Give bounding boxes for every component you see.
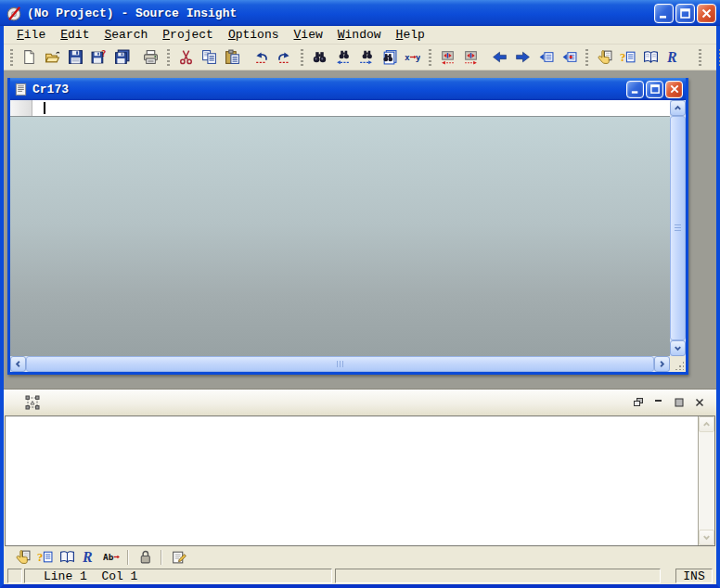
document-maximize-button[interactable]: [646, 81, 663, 98]
close-button[interactable]: [697, 4, 716, 23]
scroll-up-button[interactable]: [670, 100, 686, 116]
find-button[interactable]: [308, 46, 331, 69]
toolbar-grip[interactable]: [699, 49, 701, 66]
find-next-button[interactable]: [354, 46, 378, 69]
main-window: (No Project) - Source Insight File Edit …: [0, 0, 720, 588]
panel-maximize-button[interactable]: [671, 395, 687, 410]
save-as-button[interactable]: ?: [87, 46, 110, 69]
panel-properties-button[interactable]: [167, 547, 189, 567]
editor-line-1[interactable]: [10, 100, 670, 116]
svg-text:?: ?: [620, 51, 625, 64]
panel-lock-button[interactable]: [134, 547, 156, 567]
relation-window-icon: R: [666, 49, 682, 65]
paste-button[interactable]: [221, 46, 244, 69]
document-titlebar[interactable]: Cr173: [10, 78, 686, 100]
replace-button[interactable]: xy: [401, 46, 424, 69]
save-as-icon: ?: [91, 49, 107, 65]
go-forward-icon: [515, 49, 531, 65]
panel-scroll-down-button[interactable]: [699, 530, 714, 545]
editor-background[interactable]: [10, 117, 670, 356]
chevron-left-icon: [13, 359, 23, 369]
menu-help[interactable]: Help: [389, 27, 432, 43]
panel-relation-window-button[interactable]: R: [78, 547, 100, 567]
relation-panel-header[interactable]: [4, 390, 716, 415]
relation-panel-content[interactable]: [5, 415, 715, 546]
toolbar-grip[interactable]: [10, 49, 13, 66]
cut-button[interactable]: [174, 46, 198, 69]
svg-text:?: ?: [37, 551, 43, 564]
maximize-icon: [673, 396, 686, 409]
menu-search[interactable]: Search: [96, 27, 155, 43]
open-file-button[interactable]: [41, 46, 64, 69]
context-window-button[interactable]: ?: [616, 46, 639, 69]
main-toolbar: ?: [4, 45, 716, 70]
titlebar[interactable]: (No Project) - Source Insight: [0, 0, 720, 26]
help-book-icon: [59, 549, 75, 565]
horizontal-scroll-thumb[interactable]: [26, 356, 654, 372]
panel-context-window-button[interactable]: ?: [33, 547, 56, 567]
save-button[interactable]: [64, 46, 87, 69]
menu-options[interactable]: Options: [221, 27, 287, 43]
redo-button[interactable]: [273, 46, 296, 69]
copy-button[interactable]: [198, 46, 221, 69]
scroll-down-button[interactable]: [670, 340, 686, 356]
toolbar-grip[interactable]: [167, 49, 170, 66]
scroll-left-button[interactable]: [10, 356, 26, 372]
menu-file[interactable]: File: [9, 27, 53, 43]
browse-symbols-button[interactable]: [593, 46, 616, 69]
panel-help-book-button[interactable]: [56, 547, 78, 567]
undo-button[interactable]: [250, 46, 273, 69]
minimize-button[interactable]: [654, 4, 674, 23]
dock-window-icon: [632, 396, 645, 409]
close-icon: [701, 7, 713, 19]
menu-edit[interactable]: Edit: [53, 27, 96, 43]
go-back-icon: [492, 49, 508, 65]
panel-scroll-up-button[interactable]: [699, 416, 714, 432]
editor-horizontal-scrollbar[interactable]: [10, 356, 670, 372]
scroll-right-button[interactable]: [654, 356, 670, 372]
help-book-button[interactable]: [639, 46, 662, 69]
go-forward-button[interactable]: [511, 46, 534, 69]
toolbar-grip[interactable]: [585, 49, 588, 66]
document-minimize-button[interactable]: [626, 81, 644, 98]
status-message-panel: [335, 569, 661, 583]
vertical-scroll-thumb[interactable]: [670, 116, 686, 340]
rename-icon: Ab: [103, 549, 121, 565]
relation-window-button[interactable]: R: [662, 46, 686, 69]
jump-to-next-link-button[interactable]: [459, 46, 482, 69]
panel-browse-symbols-button[interactable]: [11, 547, 33, 567]
chevron-up-icon: [673, 103, 683, 113]
document-close-button[interactable]: [665, 81, 683, 98]
find-previous-button[interactable]: [331, 46, 354, 69]
jump-to-previous-link-button[interactable]: [436, 46, 459, 69]
search-in-files-button[interactable]: [378, 46, 401, 69]
print-button[interactable]: [139, 46, 162, 69]
editor-surface[interactable]: [10, 100, 670, 356]
menu-window[interactable]: Window: [330, 27, 389, 43]
panel-dock-button[interactable]: [630, 395, 646, 410]
resize-grip[interactable]: [670, 356, 686, 372]
maximize-button[interactable]: [675, 4, 695, 23]
panel-close-button[interactable]: [691, 395, 707, 410]
go-to-next-item-button[interactable]: [558, 46, 581, 69]
selection-margin[interactable]: [10, 100, 32, 116]
save-all-button[interactable]: [110, 46, 134, 69]
toolbar-separator: [127, 550, 129, 565]
panel-scroll-track[interactable]: [699, 432, 714, 530]
find-next-icon: [358, 49, 374, 65]
toolbar-grip[interactable]: [429, 49, 431, 66]
go-back-button[interactable]: [488, 46, 511, 69]
close-icon: [669, 83, 680, 95]
relation-panel-canvas[interactable]: [6, 416, 698, 545]
panel-minimize-button[interactable]: [650, 395, 666, 410]
save-all-icon: [114, 49, 130, 65]
editor-vertical-scrollbar[interactable]: [670, 100, 686, 356]
toolbar-grip[interactable]: [301, 49, 303, 66]
go-to-previous-item-button[interactable]: [534, 46, 558, 69]
menu-view[interactable]: View: [287, 27, 330, 43]
new-file-button[interactable]: [18, 46, 41, 69]
menu-project[interactable]: Project: [155, 27, 221, 43]
panel-vertical-scrollbar[interactable]: [698, 416, 714, 545]
panel-rename-button[interactable]: Ab: [100, 547, 122, 567]
redo-icon: [276, 49, 292, 65]
